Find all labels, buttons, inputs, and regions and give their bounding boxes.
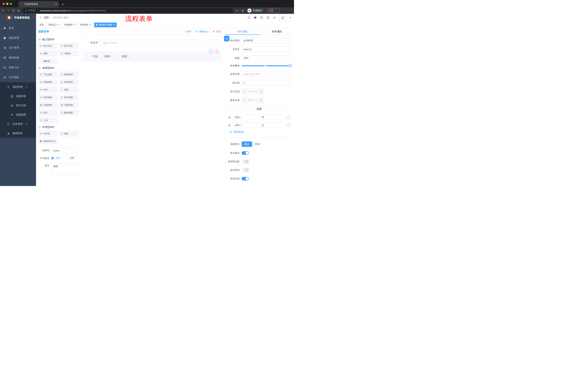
component-editor[interactable]: 编辑器 <box>38 58 58 64</box>
tab-component-props[interactable]: 组件属性 <box>226 28 260 35</box>
font-size-icon[interactable]: TT <box>273 16 276 19</box>
component-row-container[interactable]: 行容器 <box>38 130 58 137</box>
component-table-dev[interactable]: 表格[开发中] <box>38 138 58 144</box>
tag-process-form[interactable]: 流程表单✕ <box>78 22 93 27</box>
sidebar-item-user-group[interactable]: 用户分组 <box>0 101 36 110</box>
default-value-input[interactable] <box>242 80 290 85</box>
sidebar-item-system[interactable]: 系统管理 <box>0 33 36 43</box>
tag-home[interactable]: 首页 <box>38 22 45 27</box>
option-name-input[interactable] <box>233 115 258 120</box>
sidebar-collapse-icon[interactable] <box>39 16 42 19</box>
remove-option-button[interactable] <box>287 116 290 119</box>
reload-icon[interactable] <box>12 9 15 12</box>
component-time-range[interactable]: 时间范围 <box>59 94 79 100</box>
sidebar-item-leave-query[interactable]: 请假查询 <box>0 129 36 138</box>
tab-close-icon[interactable]: ✕ <box>55 3 57 6</box>
component-slider[interactable]: 滑块 <box>59 87 79 93</box>
tag-close-icon[interactable]: ✕ <box>58 24 60 26</box>
decrease-button[interactable]: − <box>242 98 247 103</box>
password-key-icon[interactable] <box>235 9 239 12</box>
form-remark-textarea[interactable]: 嘿嘿 <box>51 164 81 175</box>
component-button[interactable]: 按钮 <box>59 130 79 137</box>
border-toggle[interactable] <box>242 160 249 163</box>
fullscreen-icon[interactable] <box>266 16 270 19</box>
stepper-placeholder[interactable]: 至少应选 <box>247 89 258 94</box>
component-type-select[interactable]: 多选框组 <box>242 38 290 43</box>
radio-off-label[interactable]: 关闭 <box>70 157 74 160</box>
tag-close-icon[interactable]: ✕ <box>90 24 91 26</box>
component-color-picker[interactable]: 颜色选择 <box>59 110 79 116</box>
sidebar-item-task-manage[interactable]: 任务管理 <box>0 119 36 129</box>
search-icon[interactable] <box>247 16 251 19</box>
phone-field[interactable]: 手机号 <box>83 40 221 46</box>
field-name-input[interactable] <box>242 47 290 52</box>
component-upload[interactable]: 上传 <box>38 117 58 123</box>
remove-option-button[interactable] <box>287 123 290 127</box>
tag-close-icon[interactable]: ✕ <box>113 24 115 26</box>
style-button-button[interactable]: 按钮 <box>252 141 262 147</box>
sidebar-item-devtools[interactable]: 研发工具 <box>0 63 36 73</box>
minimize-window-button[interactable] <box>6 3 8 5</box>
breadcrumb-home[interactable]: 首页 <box>44 16 49 19</box>
link-handle-button[interactable] <box>224 36 230 42</box>
sidebar-item-workflow[interactable]: 工作流程 <box>0 73 36 82</box>
tag-close-icon[interactable]: ✕ <box>74 24 75 26</box>
close-window-button[interactable] <box>2 3 5 5</box>
required-toggle[interactable] <box>242 177 249 181</box>
drag-handle-icon[interactable] <box>228 116 231 119</box>
option-value-input[interactable] <box>260 115 285 120</box>
tag-process-form-edit[interactable]: 流程表单-编辑✕ <box>94 22 117 27</box>
title-input[interactable] <box>242 55 290 61</box>
radio-on-label[interactable]: 开启 <box>55 157 60 160</box>
add-option-button[interactable]: 添加选项 <box>230 130 290 134</box>
forward-icon[interactable] <box>7 9 10 12</box>
clear-button[interactable]: 清空 <box>212 30 221 33</box>
sidebar-logo[interactable]: 芋道管理系统 <box>0 14 36 21</box>
gender-field-selected[interactable]: 性别 选项一 选项二 <box>83 51 221 62</box>
radio-on-icon[interactable] <box>51 157 54 159</box>
view-json-button[interactable]: 查看json <box>195 30 209 33</box>
component-select[interactable]: 下拉选择 <box>38 71 58 77</box>
sidebar-item-process-model[interactable]: 流程模型 <box>0 110 36 119</box>
help-icon[interactable]: ? <box>260 16 263 19</box>
back-icon[interactable] <box>2 9 5 12</box>
bookmark-star-icon[interactable] <box>241 9 244 12</box>
component-multi-line-text[interactable]: 多行文本 <box>59 43 79 49</box>
component-date-range[interactable]: 日期范围 <box>59 102 79 108</box>
save-button[interactable]: 保存 <box>183 30 191 33</box>
component-date-picker[interactable]: 日期选择 <box>38 102 58 108</box>
address-bar[interactable]: 不安全 dashboard.yudao.iocoder.cn/bpm/manag… <box>22 8 233 13</box>
github-icon[interactable] <box>254 16 257 19</box>
sidebar-item-process-manage[interactable]: 流程管理 <box>0 82 36 92</box>
label-width-input[interactable] <box>242 71 290 77</box>
tab-form-props[interactable]: 表单属性 <box>260 28 294 35</box>
gender-option-1[interactable]: 选项一 <box>100 55 112 58</box>
browser-menu-icon[interactable]: ⋮ <box>275 9 278 12</box>
component-counter[interactable]: 123计数器 <box>59 50 79 57</box>
maximize-window-button[interactable] <box>10 3 12 5</box>
checkbox-icon[interactable] <box>100 55 103 58</box>
component-rate[interactable]: 评分 <box>38 110 58 116</box>
component-password[interactable]: 密码 <box>38 50 58 57</box>
decrease-button[interactable]: − <box>242 89 247 94</box>
browser-update-button[interactable]: 更新 ⋮ <box>267 8 280 13</box>
window-controls[interactable] <box>0 3 15 7</box>
stepper-placeholder[interactable]: 最多可选 <box>247 98 258 103</box>
option-value-input[interactable] <box>260 122 285 128</box>
insecure-warning[interactable]: 不安全 <box>25 9 35 12</box>
component-time-picker[interactable]: 时间选择 <box>38 94 58 100</box>
browser-tab[interactable]: 芋道管理系统 ✕ <box>19 1 59 7</box>
sidebar-item-payment[interactable]: ¥ 支付管理 <box>0 43 36 53</box>
increase-button[interactable]: + <box>258 98 263 103</box>
show-label-toggle[interactable] <box>242 151 249 155</box>
disabled-toggle[interactable] <box>242 168 249 172</box>
component-single-line-text[interactable]: 单行文本 <box>38 43 58 49</box>
component-radio-group[interactable]: 单选框组 <box>38 79 58 85</box>
checkbox-icon[interactable] <box>117 55 120 58</box>
style-default-button[interactable]: 默认 <box>242 141 252 147</box>
delete-component-button[interactable] <box>214 49 219 54</box>
gender-option-2[interactable]: 选项二 <box>117 55 129 58</box>
increase-button[interactable]: + <box>258 89 263 94</box>
new-tab-button[interactable]: + <box>62 2 64 7</box>
avatar[interactable] <box>279 14 286 21</box>
